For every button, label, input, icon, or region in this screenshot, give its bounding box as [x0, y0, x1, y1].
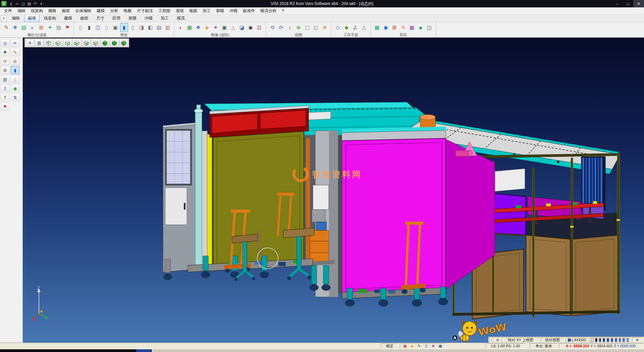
- view-right-button[interactable]: [63, 39, 72, 47]
- quadrant-icon[interactable]: ◱: [312, 23, 320, 32]
- ribbon-tab[interactable]: 应用: [109, 14, 124, 22]
- menu-item[interactable]: ?: [279, 8, 287, 14]
- menu-item[interactable]: 分析: [107, 7, 121, 15]
- ribbon-tab[interactable]: 塑膜: [125, 14, 140, 22]
- color-swatch[interactable]: [619, 338, 621, 342]
- menu-item[interactable]: 塑模: [213, 7, 227, 15]
- filter-icon[interactable]: ❖: [11, 23, 19, 32]
- color-swatch[interactable]: [627, 338, 629, 342]
- sketch-tool[interactable]: ✎: [11, 48, 19, 56]
- target-icon[interactable]: ◉: [247, 23, 255, 32]
- menu-item[interactable]: 加工: [200, 7, 213, 15]
- blue-curtain[interactable]: [582, 158, 602, 209]
- palette-status-icon[interactable]: ❖: [430, 344, 436, 348]
- settings-tool[interactable]: ⚙: [1, 66, 9, 74]
- ribbon-tab[interactable]: 加工: [157, 14, 172, 22]
- menu-item[interactable]: 模流分析: [258, 7, 279, 15]
- render-icon[interactable]: ◐: [177, 23, 185, 32]
- rotate-tool[interactable]: ⟳: [1, 57, 9, 65]
- ribbon-tab[interactable]: 曲面: [76, 14, 92, 22]
- system-table-icon[interactable]: ▦: [408, 23, 416, 32]
- view-bottom-button[interactable]: [91, 39, 100, 47]
- light-icon[interactable]: ✦: [212, 23, 220, 32]
- rows-view-icon[interactable]: ▤: [155, 23, 163, 32]
- swap-tool[interactable]: ⇅: [11, 93, 19, 101]
- color-swatch[interactable]: [591, 338, 593, 342]
- color-swatch-strip[interactable]: [589, 337, 631, 343]
- angle-icon[interactable]: ∠: [351, 23, 359, 32]
- menu-item[interactable]: 曲面: [59, 7, 72, 15]
- layer-filter-icon[interactable]: ▧: [20, 23, 28, 32]
- system-panel-icon[interactable]: ◫: [425, 23, 433, 32]
- rotate-left-icon[interactable]: ⟲: [268, 23, 276, 32]
- rotate-right-icon[interactable]: ⟳: [277, 23, 285, 32]
- menu-item[interactable]: 冲模: [227, 7, 240, 15]
- panel-view-icon[interactable]: ▣: [111, 23, 119, 32]
- outline-view-icon[interactable]: ▯: [129, 23, 137, 32]
- refresh-view-icon[interactable]: ✳: [321, 23, 329, 32]
- layer2-icon[interactable]: 2: [423, 344, 429, 348]
- ribbon-tab[interactable]: 冲模: [141, 14, 156, 22]
- menu-item[interactable]: 文件: [1, 7, 15, 15]
- menu-item[interactable]: 网格: [46, 7, 59, 15]
- color-swatch[interactable]: [623, 338, 625, 342]
- material-icon[interactable]: ◈: [203, 23, 211, 32]
- menu-item[interactable]: 线架构: [28, 7, 46, 15]
- color-swatch[interactable]: [599, 338, 601, 342]
- half-shade-right-icon[interactable]: ◨: [138, 23, 146, 32]
- system-grid-icon[interactable]: ▩: [373, 23, 381, 32]
- pan-icon[interactable]: ↕: [286, 23, 294, 32]
- palette-icon[interactable]: ❖: [635, 338, 640, 342]
- menu-item[interactable]: 标准件: [240, 7, 258, 15]
- maximize-button[interactable]: □: [623, 0, 633, 7]
- hatch-icon[interactable]: ▨: [55, 23, 63, 32]
- color-swatch[interactable]: [595, 338, 597, 342]
- menu-item[interactable]: 电极: [121, 7, 134, 15]
- menu-item[interactable]: 视图: [186, 7, 200, 15]
- menu-item[interactable]: 工程图: [156, 7, 173, 15]
- minimize-button[interactable]: –: [612, 0, 623, 7]
- layer-status[interactable]: LAYER0: [566, 337, 588, 343]
- open-folder-icon[interactable]: ▱: [14, 1, 20, 7]
- machine1[interactable]: [163, 105, 313, 280]
- advanced-image-icon[interactable]: ❖: [194, 23, 202, 32]
- lock-toggle[interactable]: 锁定: [381, 343, 398, 349]
- print-icon[interactable]: ▤: [26, 1, 32, 7]
- color-filter-icon[interactable]: ◐: [29, 23, 37, 32]
- zoom-tool[interactable]: ◎: [1, 39, 9, 47]
- menu-item[interactable]: 编辑: [15, 7, 28, 15]
- solid-tool[interactable]: ▮: [11, 66, 19, 74]
- view-front-button[interactable]: [54, 39, 62, 47]
- system-block-icon[interactable]: ■: [417, 23, 425, 32]
- grid-toggle-icon[interactable]: ▦: [402, 344, 408, 348]
- machine1-access-panel[interactable]: [165, 188, 187, 225]
- highlight-icon[interactable]: ✦: [46, 23, 54, 32]
- columns-view-icon[interactable]: ▥: [164, 23, 172, 32]
- view-top-button[interactable]: [44, 39, 53, 47]
- ribbon-tab[interactable]: 模流: [173, 14, 189, 22]
- close-button[interactable]: ✕: [633, 0, 644, 7]
- menu-item[interactable]: 建模: [94, 7, 107, 15]
- menu-item[interactable]: 尺寸标注: [134, 7, 156, 15]
- color-swatch[interactable]: [611, 338, 613, 342]
- enclosure-white-box[interactable]: [495, 169, 525, 191]
- status-tail-icon[interactable]: ❖: [632, 337, 643, 343]
- machine2-door-magenta[interactable]: [342, 138, 446, 293]
- color-swatch[interactable]: [603, 338, 605, 342]
- section-icon[interactable]: ◪: [238, 23, 246, 32]
- grid-filter-icon[interactable]: ⊞: [37, 23, 45, 32]
- tab-overflow-button[interactable]: ▼: [1, 15, 7, 21]
- view-menu-button[interactable]: ≡: [25, 39, 34, 47]
- edit-properties-icon[interactable]: ✎: [2, 23, 10, 32]
- viewport[interactable]: ≡▦: [23, 38, 644, 343]
- half-shade-left-icon[interactable]: ◧: [146, 23, 154, 32]
- view-left-button[interactable]: [72, 39, 81, 47]
- flag-tool[interactable]: ⚑: [1, 102, 9, 111]
- hidden-line-icon[interactable]: ▯: [103, 23, 111, 32]
- ribbon-tab[interactable]: 建模: [60, 14, 76, 22]
- trim-tool[interactable]: ✂: [11, 39, 19, 47]
- system-target-icon[interactable]: ◉: [382, 23, 390, 32]
- ribbon-tab[interactable]: 线架构: [40, 14, 60, 22]
- view-dynamic-button[interactable]: [119, 39, 128, 47]
- viewport-canvas[interactable]: Z 智造资料网: [23, 38, 644, 343]
